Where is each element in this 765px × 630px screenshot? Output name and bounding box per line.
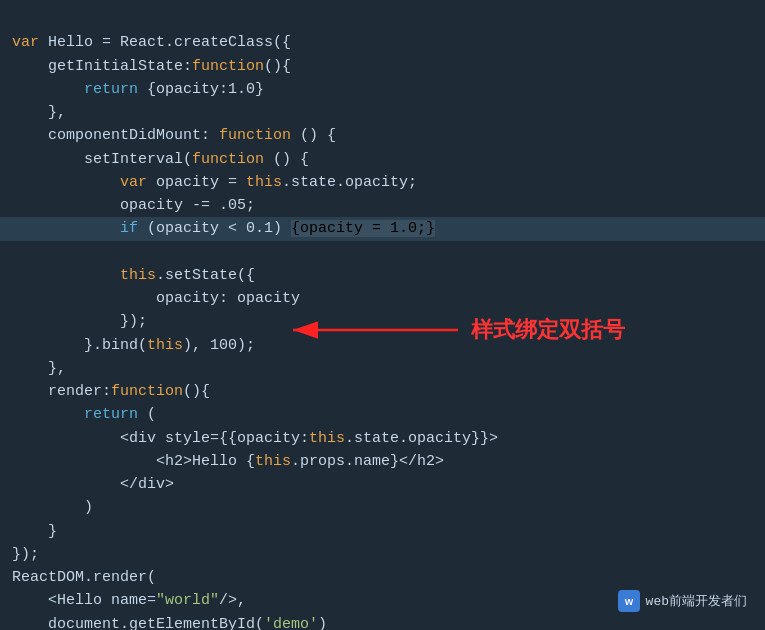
line-22: }); — [12, 546, 39, 563]
line-10: this.setState({ — [12, 267, 255, 284]
line-8: opacity -= .05; — [12, 197, 255, 214]
line-18: <h2>Hello {this.props.name}</h2> — [12, 453, 444, 470]
line-1: var Hello = React.createClass({ — [12, 34, 291, 51]
watermark-icon: W — [618, 590, 640, 612]
line-15: render:function(){ — [12, 383, 210, 400]
watermark: W web前端开发者们 — [618, 590, 747, 612]
line-7: var opacity = this.state.opacity; — [12, 174, 417, 191]
line-6: setInterval(function () { — [12, 151, 309, 168]
line-20: ) — [12, 499, 93, 516]
line-11: opacity: opacity — [12, 290, 300, 307]
line-3: return {opacity:1.0} — [12, 81, 264, 98]
line-16: return ( — [12, 406, 156, 423]
line-4: }, — [12, 104, 66, 121]
annotation-container: 样式绑定双括号 — [283, 310, 625, 350]
line-9: if (opacity < 0.1) {opacity = 1.0;} — [12, 217, 753, 240]
line-13: }.bind(this), 100); — [12, 337, 255, 354]
line-21: } — [12, 523, 57, 540]
line-17: <div style={{opacity:this.state.opacity}… — [12, 430, 498, 447]
line-14: }, — [12, 360, 66, 377]
svg-text:W: W — [624, 597, 633, 607]
line-2: getInitialState:function(){ — [12, 58, 291, 75]
line-19: </div> — [12, 476, 174, 493]
line-23: ReactDOM.render( — [12, 569, 156, 586]
line-25: document.getElementById('demo') — [12, 616, 327, 631]
annotation-arrow-svg — [283, 310, 463, 350]
line-12: }); — [12, 313, 147, 330]
line-24: <Hello name="world"/>, — [12, 592, 246, 609]
line-5: componentDidMount: function () { — [12, 127, 336, 144]
annotation-text: 样式绑定双括号 — [471, 315, 625, 345]
watermark-text: web前端开发者们 — [646, 592, 747, 610]
